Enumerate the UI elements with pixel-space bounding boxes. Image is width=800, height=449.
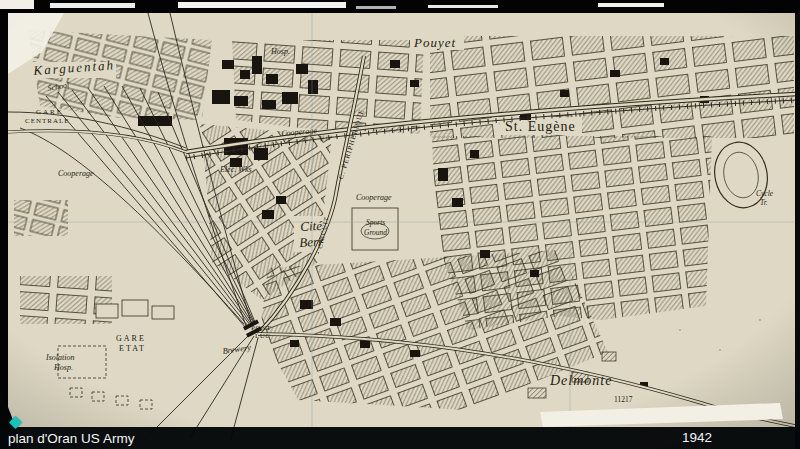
caption-year: 1942 [682, 430, 712, 445]
map-artwork [0, 0, 800, 449]
screenshot-root: Karguentah School GARE CENTRALE Hosp. Po… [0, 0, 800, 449]
scan-vignette [0, 0, 800, 449]
caption-title: plan d'Oran US Army [8, 431, 134, 446]
caption-bar: plan d'Oran US Army 1942 [0, 427, 800, 449]
